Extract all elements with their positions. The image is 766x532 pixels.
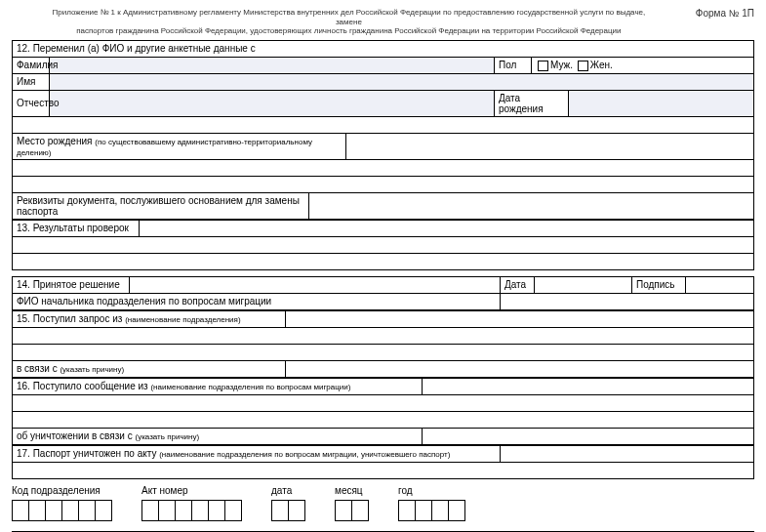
connection-note: (указать причину) [60, 365, 124, 374]
sex-label: Пол [495, 57, 532, 73]
month-group: месяц [335, 485, 369, 521]
header: Приложение № 1 к Административному регла… [12, 8, 754, 36]
dept-code-label: Код подразделения [12, 485, 112, 496]
results-row3[interactable] [13, 253, 754, 269]
regulation-line1: Приложение № 1 к Административному регла… [53, 8, 646, 26]
sec15-note: (наименование подразделения) [125, 315, 240, 324]
section-12-title: 12. Переменил (а) ФИО и другие анкетные … [13, 40, 754, 57]
dob-input[interactable] [569, 90, 754, 116]
doc-info-label: Реквизиты документа, послужившего основа… [13, 192, 309, 219]
connection-label: в связи с (указать причину) [13, 360, 286, 377]
section-15-table: 15. Поступил запрос из (наименование под… [12, 310, 754, 378]
connection-text: в связи с [17, 363, 58, 374]
destroy-note: (указать причину) [135, 432, 199, 441]
patronymic-label: Отчество [13, 90, 50, 116]
sec16-text: 16. Поступило сообщение из [17, 381, 148, 391]
date-box-label: дата [271, 485, 305, 496]
results-row2[interactable] [13, 236, 754, 253]
destroyed-row2[interactable] [13, 462, 754, 478]
fio-head-label: ФИО начальника подразделения по вопросам… [13, 293, 501, 309]
regulation-line2: паспортов гражданина Российской Федераци… [76, 26, 621, 35]
destroyed-act-input[interactable] [501, 445, 754, 462]
sec15-text: 15. Поступил запрос из [17, 313, 122, 324]
birthplace-text: Место рождения [17, 136, 92, 146]
section-16-table: 16. Поступило сообщение из (наименование… [12, 378, 754, 445]
destroy-input[interactable] [423, 428, 754, 444]
fio-head-text: ФИО начальника подразделения по вопросам… [17, 296, 271, 307]
connection-input[interactable] [286, 360, 754, 377]
section-16-title: 16. Поступило сообщение из (наименование… [13, 378, 423, 394]
message-row2[interactable] [13, 394, 754, 411]
sec16-note: (наименование подразделения по вопросам … [150, 383, 350, 391]
doc-info-input[interactable] [309, 192, 754, 219]
sign-input[interactable] [686, 276, 754, 293]
section-14-title: 14. Принятое решение [13, 276, 130, 293]
destroy-text: об уничтожении в связи с [17, 430, 133, 441]
sign-label: Подпись [632, 276, 686, 293]
act-no-group: Акт номер [141, 485, 242, 521]
act-no-label: Акт номер [141, 485, 242, 496]
dob-label: Дата рождения [495, 90, 569, 116]
sec17-note: (наименование подразделения по вопросам … [159, 450, 450, 459]
male-checkbox[interactable] [538, 61, 548, 71]
name-label: Имя [13, 73, 50, 90]
male-label: Муж. [550, 60, 573, 70]
section-14-table: 14. Принятое решение Дата Подпись ФИО на… [12, 276, 754, 310]
date-input[interactable] [535, 276, 632, 293]
date-label: Дата [501, 276, 535, 293]
month-box-label: месяц [335, 485, 369, 496]
date-boxes[interactable] [271, 500, 305, 521]
sex-options: Муж. Жен. [532, 57, 754, 73]
dept-code-group: Код подразделения [12, 485, 112, 521]
request-from-input[interactable] [286, 310, 754, 327]
regulation-text: Приложение № 1 к Административному регла… [12, 8, 686, 36]
message-from-input[interactable] [423, 378, 754, 394]
results-input[interactable] [140, 220, 754, 236]
section-13-title: 13. Результаты проверок [13, 220, 140, 236]
form-number: Форма № 1П [686, 8, 754, 36]
section-17-table: 17. Паспорт уничтожен по акту (наименова… [12, 445, 754, 479]
patronymic-input[interactable] [50, 90, 495, 116]
birthplace-row2[interactable] [13, 159, 754, 176]
surname-input[interactable] [50, 57, 495, 73]
decision-input[interactable] [130, 276, 501, 293]
female-checkbox[interactable] [578, 61, 588, 71]
section-12-table: 12. Переменил (а) ФИО и другие анкетные … [12, 40, 754, 220]
sec17-text: 17. Паспорт уничтожен по акту [17, 448, 156, 459]
month-boxes[interactable] [335, 500, 369, 521]
code-boxes-row: Код подразделения Акт номер дата месяц г… [12, 485, 754, 521]
date-group: дата [271, 485, 305, 521]
year-boxes[interactable] [398, 500, 465, 521]
birthplace-label: Место рождения (по существовавшему админ… [13, 133, 346, 159]
birthplace-input[interactable] [346, 133, 754, 159]
act-no-boxes[interactable] [141, 500, 242, 521]
female-label: Жен. [590, 60, 613, 70]
name-input[interactable] [50, 73, 754, 90]
destroy-label: об уничтожении в связи с (указать причин… [13, 428, 423, 444]
section-13-table: 13. Результаты проверок [12, 220, 754, 270]
section-15-title: 15. Поступил запрос из (наименование под… [13, 310, 286, 327]
section-17-title: 17. Паспорт уничтожен по акту (наименова… [13, 445, 501, 462]
fio-head-input[interactable] [501, 293, 754, 309]
surname-label: Фамилия [13, 57, 50, 73]
year-group: год [398, 485, 465, 521]
dept-code-boxes[interactable] [12, 500, 112, 521]
year-box-label: год [398, 485, 465, 496]
request-row2[interactable] [13, 327, 754, 344]
